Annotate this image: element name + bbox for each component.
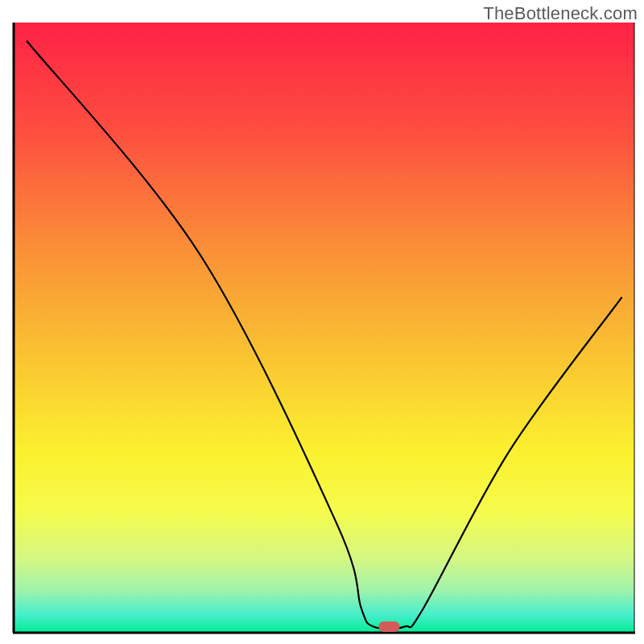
optimal-marker [378,621,399,632]
chart-svg [0,0,644,644]
bottleneck-chart: TheBottleneck.com [0,0,644,644]
watermark-text: TheBottleneck.com [483,3,638,24]
plot-background [14,23,634,633]
